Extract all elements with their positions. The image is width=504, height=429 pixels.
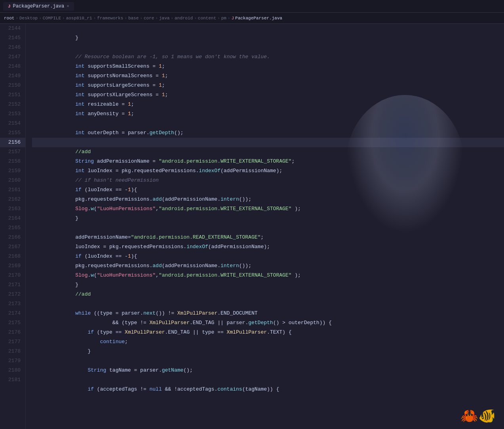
code-line-2165: addPermissionName="android.permission.RE… — [32, 223, 504, 233]
line-num-2172: 2172 — [0, 290, 25, 299]
breadcrumb-compile[interactable]: COMPILE — [43, 16, 61, 21]
line-num-2168: 2168 — [0, 252, 25, 261]
line-num-2144: 2144 — [0, 24, 25, 33]
breadcrumb-root[interactable]: root — [4, 16, 14, 21]
breadcrumb-core[interactable]: core — [144, 16, 154, 21]
line-num-2174: 2174 — [0, 309, 25, 318]
breadcrumb-android[interactable]: android — [175, 16, 193, 21]
line-num-2154: 2154 — [0, 119, 25, 128]
breadcrumb: root › Desktop › COMPILE › aosp810_r1 › … — [0, 13, 504, 24]
line-num-2158: 2158 — [0, 157, 25, 166]
breadcrumb-pm[interactable]: pm — [221, 16, 226, 21]
line-num-2152: 2152 — [0, 100, 25, 109]
line-num-2163: 2163 — [0, 204, 25, 214]
breadcrumb-base[interactable]: base — [128, 16, 139, 21]
title-bar: J PackageParser.java × — [0, 0, 504, 13]
editor-tab[interactable]: J PackageParser.java × — [3, 2, 74, 11]
line-num-2179: 2179 — [0, 356, 25, 366]
close-tab-button[interactable]: × — [67, 4, 69, 9]
code-area[interactable]: } // Resource boolean are -1, so 1 means… — [26, 24, 504, 429]
line-num-2150: 2150 — [0, 81, 25, 90]
breadcrumb-desktop[interactable]: Desktop — [19, 16, 38, 21]
line-num-2151: 2151 — [0, 90, 25, 100]
code-line-2146: // Resource boolean are -1, so 1 means w… — [32, 43, 504, 52]
line-num-2177: 2177 — [0, 337, 25, 347]
breadcrumb-java[interactable]: java — [159, 16, 169, 21]
line-num-2145: 2145 — [0, 33, 25, 43]
line-num-2147: 2147 — [0, 52, 25, 62]
line-num-2161: 2161 — [0, 185, 25, 195]
code-line-2145 — [32, 33, 504, 43]
emoji-decoration: 🦀🐠 — [460, 408, 496, 425]
line-num-2175: 2175 — [0, 318, 25, 328]
breadcrumb-file-icon: J — [231, 16, 234, 21]
line-num-2159: 2159 — [0, 166, 25, 176]
code-line-2156: //add — [32, 138, 504, 147]
line-num-2149: 2149 — [0, 71, 25, 81]
line-num-2176: 2176 — [0, 328, 25, 337]
line-num-2181: 2181 — [0, 375, 25, 385]
line-num-2148: 2148 — [0, 62, 25, 71]
code-line-2164 — [32, 214, 504, 223]
code-line-2173: while ((type = parser.next()) != XmlPull… — [32, 299, 504, 309]
breadcrumb-content[interactable]: content — [198, 16, 216, 21]
code-line-2179: String tagName = parser.getName(); — [32, 356, 504, 366]
line-num-2153: 2153 — [0, 109, 25, 119]
line-num-2155: 2155 — [0, 128, 25, 138]
line-num-2171: 2171 — [0, 280, 25, 290]
code-line-2172 — [32, 290, 504, 299]
line-num-2169: 2169 — [0, 261, 25, 271]
editor: 2144 2145 2146 2147 2148 2149 2150 2151 … — [0, 24, 504, 429]
code-line-2154: int outerDepth = parser.getDepth(); — [32, 119, 504, 128]
code-line-2144: } — [32, 24, 504, 33]
code-line-2181: if (acceptedTags != null && !acceptedTag… — [32, 375, 504, 385]
breadcrumb-aosp[interactable]: aosp810_r1 — [66, 16, 92, 21]
line-num-2170: 2170 — [0, 271, 25, 280]
code-line-2178 — [32, 347, 504, 356]
line-num-2178: 2178 — [0, 347, 25, 356]
line-num-2146: 2146 — [0, 43, 25, 52]
code-line-2157: String addPermissionName = "android.perm… — [32, 147, 504, 157]
line-num-2167: 2167 — [0, 242, 25, 252]
line-num-2166: 2166 — [0, 233, 25, 242]
tab-label: PackageParser.java — [13, 4, 65, 9]
line-num-2162: 2162 — [0, 195, 25, 204]
line-num-2160: 2160 — [0, 176, 25, 185]
line-numbers: 2144 2145 2146 2147 2148 2149 2150 2151 … — [0, 24, 26, 429]
line-num-2173: 2173 — [0, 299, 25, 309]
breadcrumb-filename[interactable]: PackageParser.java — [235, 16, 282, 21]
line-num-2157: 2157 — [0, 147, 25, 157]
line-num-2180: 2180 — [0, 366, 25, 375]
line-num-2156: 2156 — [0, 138, 25, 147]
line-num-2165: 2165 — [0, 223, 25, 233]
breadcrumb-frameworks[interactable]: frameworks — [97, 16, 123, 21]
java-file-icon: J — [8, 4, 11, 9]
code-line-2171: //add — [32, 280, 504, 290]
line-num-2164: 2164 — [0, 214, 25, 223]
